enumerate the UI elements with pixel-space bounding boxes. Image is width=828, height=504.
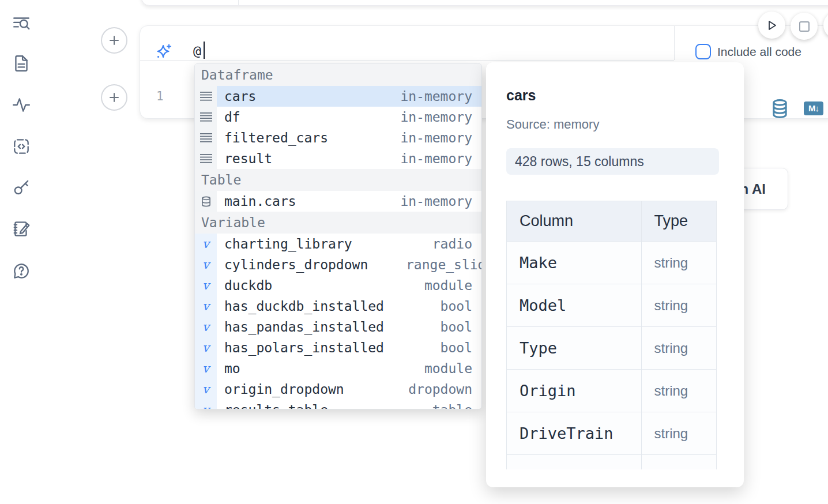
panel-title: cars [506,87,536,104]
schema-header-type: Type [641,201,717,242]
schema-column-name: Type [507,327,642,370]
autocomplete-item-name: result [224,151,272,166]
prompt-code-divider [140,60,674,61]
prompt-input[interactable]: @ [193,43,201,58]
variable-icon: v [195,379,217,400]
autocomplete-item-body: main.carsin-memory [217,191,481,212]
autocomplete-item-name: mo [224,361,240,376]
autocomplete-item-type: in-memory [400,194,472,209]
help-chat-icon[interactable] [12,261,31,281]
activity-icon[interactable] [12,95,31,115]
autocomplete-item-name: filtered_cars [224,130,328,145]
autocomplete-item-type: module [424,278,472,293]
autocomplete-item-has_pandas_installed[interactable]: vhas_pandas_installedbool [195,317,481,337]
autocomplete-item-cars[interactable]: carsin-memory [195,86,481,107]
panel-summary-badge: 428 rows, 15 columns [506,148,719,175]
autocomplete-item-body: dfin-memory [217,107,481,127]
autocomplete-item-type: radio [432,236,472,251]
autocomplete-item-body: carsin-memory [217,86,481,107]
markdown-convert-icon[interactable]: M↓ [804,101,823,115]
autocomplete-item-main-cars[interactable]: main.carsin-memory [195,191,481,212]
schema-row: Originstring [507,370,717,412]
schema-row [507,455,717,470]
list-search-icon[interactable] [12,13,31,33]
schema-table: Column Type MakestringModelstringTypestr… [506,201,717,469]
autocomplete-item-body: charting_libraryradio [217,234,481,254]
autocomplete-item-name: duckdb [224,278,272,293]
run-cell-button[interactable] [758,12,785,39]
autocomplete-item-type: dropdown [408,382,472,397]
autocomplete-item-body: resultin-memory [217,148,481,169]
autocomplete-item-duckdb[interactable]: vduckdbmodule [195,275,481,296]
schema-column-type: string [641,284,717,327]
add-cell-below-button[interactable] [101,84,127,111]
variable-icon: v [195,337,217,358]
stop-cell-button[interactable] [791,13,818,40]
schema-row: Makestring [507,242,717,284]
autocomplete-item-cylinders_dropdown[interactable]: vcylinders_dropdownrange_slider [195,254,481,275]
dataframe-icon [195,127,217,148]
schema-column-type [641,455,717,470]
autocomplete-dropdown: Dataframecarsin-memorydfin-memoryfiltere… [194,63,482,409]
autocomplete-item-type: in-memory [400,130,472,145]
schema-column-name: Model [507,284,642,327]
autocomplete-item-name: cylinders_dropdown [224,257,368,272]
autocomplete-item-type: bool [441,299,472,314]
autocomplete-item-body: momodule [217,358,481,379]
autocomplete-item-type: module [424,361,472,376]
datasource-icon[interactable] [771,99,788,118]
autocomplete-item-body: origin_dropdowndropdown [217,379,481,400]
notebook-edit-icon[interactable] [12,219,31,239]
autocomplete-item-mo[interactable]: vmomodule [195,358,481,379]
autocomplete-item-name: has_polars_installed [224,340,384,355]
autocomplete-item-name: main.cars [224,194,296,209]
schema-column-type: string [641,242,717,284]
autocomplete-item-body: cylinders_dropdownrange_slider [217,254,481,275]
schema-column-type: string [641,327,717,370]
dataframe-icon [195,148,217,169]
autocomplete-item-body: has_pandas_installedbool [217,317,481,337]
autocomplete-item-result[interactable]: resultin-memory [195,148,481,169]
dataframe-preview-panel: cars Source: memory 428 rows, 15 columns… [486,62,744,487]
autocomplete-item-df[interactable]: dfin-memory [195,107,481,127]
variable-icon: v [195,317,217,337]
text-cursor [204,42,205,59]
autocomplete-item-charting_library[interactable]: vcharting_libraryradio [195,234,481,254]
panel-source: Source: memory [506,117,599,132]
autocomplete-item-type: bool [441,340,472,355]
autocomplete-item-type: in-memory [400,89,472,104]
variable-icon: v [195,296,217,317]
autocomplete-section-header: Table [195,169,481,191]
autocomplete-section-header: Dataframe [195,64,481,86]
autocomplete-item-type: table [432,403,472,409]
code-cell-icon[interactable] [12,137,31,156]
schema-table-wrap: Column Type MakestringModelstringTypestr… [506,201,717,469]
autocomplete-item-body: has_duckdb_installedbool [217,296,481,317]
autocomplete-item-results_table[interactable]: vresults_tabletable [195,400,481,409]
autocomplete-item-filtered_cars[interactable]: filtered_carsin-memory [195,127,481,148]
key-icon[interactable] [12,178,31,197]
schema-column-name: DriveTrain [507,412,642,455]
autocomplete-item-body: has_polars_installedbool [217,337,481,358]
autocomplete-item-has_duckdb_installed[interactable]: vhas_duckdb_installedbool [195,296,481,317]
autocomplete-section-header: Variable [195,212,481,234]
autocomplete-item-name: origin_dropdown [224,382,344,397]
autocomplete-item-name: has_duckdb_installed [224,299,384,314]
variable-icon: v [195,234,217,254]
table-icon [195,191,217,212]
variable-icon: v [195,275,217,296]
stop-icon [799,21,810,32]
schema-column-name: Make [507,242,642,284]
add-cell-above-button[interactable] [101,27,127,54]
previous-cell-gutter-divider [238,0,239,5]
autocomplete-item-type: in-memory [400,110,472,125]
autocomplete-item-body: results_tabletable [217,400,481,409]
autocomplete-item-type: in-memory [400,151,472,166]
schema-column-type: string [641,412,717,455]
notebook-screen: @ Include all code 1 M↓ Dataframecarsin-… [0,0,828,504]
schema-row: DriveTrainstring [507,412,717,455]
autocomplete-item-has_polars_installed[interactable]: vhas_polars_installedbool [195,337,481,358]
autocomplete-item-origin_dropdown[interactable]: vorigin_dropdowndropdown [195,379,481,400]
document-icon[interactable] [12,54,31,73]
include-all-code-checkbox[interactable] [695,44,711,59]
